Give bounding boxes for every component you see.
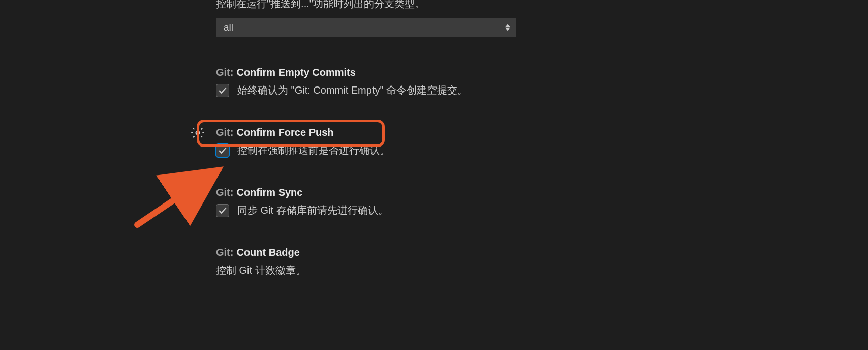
checkbox-label: 同步 Git 存储库前请先进行确认。 [237,203,388,217]
title-prefix: Git: [216,187,233,198]
title-name: Confirm Empty Commits [236,67,355,78]
setting-title: Git: Confirm Force Push [216,127,868,138]
svg-point-0 [196,131,200,135]
title-name: Confirm Force Push [236,127,333,138]
title-name: Count Badge [236,247,299,258]
setting-count-badge: Git: Count Badge 控制 Git 计数徽章。 [216,247,868,277]
title-prefix: Git: [216,127,233,138]
setting-title: Git: Count Badge [216,247,868,258]
checkbox-confirm-sync[interactable] [216,204,229,217]
checkbox-row: 始终确认为 "Git: Commit Empty" 命令创建空提交。 [216,83,868,97]
dropdown-branch-types[interactable]: all [216,18,516,37]
setting-confirm-empty-commits: Git: Confirm Empty Commits 始终确认为 "Git: C… [216,67,868,97]
check-icon [218,86,227,95]
title-name: Confirm Sync [236,187,302,198]
dropdown-value: all [224,22,233,33]
checkbox-row: 控制在强制推送前是否进行确认。 [216,143,868,157]
gear-icon[interactable] [191,126,205,142]
setting-title: Git: Confirm Empty Commits [216,67,868,78]
settings-panel: 控制在运行"推送到..."功能时列出的分支类型。 all Git: Confir… [0,0,868,277]
setting-title: Git: Confirm Sync [216,187,868,198]
setting-push-branch-types: 控制在运行"推送到..."功能时列出的分支类型。 all [216,0,868,37]
setting-confirm-sync: Git: Confirm Sync 同步 Git 存储库前请先进行确认。 [216,187,868,217]
chevron-updown-icon [505,24,510,31]
check-icon [218,206,227,215]
setting-description: 控制在运行"推送到..."功能时列出的分支类型。 [216,0,868,11]
checkbox-row: 同步 Git 存储库前请先进行确认。 [216,203,868,217]
setting-confirm-force-push: Git: Confirm Force Push 控制在强制推送前是否进行确认。 [216,127,868,157]
checkbox-confirm-empty-commits[interactable] [216,84,229,97]
title-prefix: Git: [216,67,233,78]
check-icon [218,146,227,155]
checkbox-confirm-force-push[interactable] [216,144,229,157]
setting-description: 控制 Git 计数徽章。 [216,264,868,277]
title-prefix: Git: [216,247,233,258]
checkbox-label: 始终确认为 "Git: Commit Empty" 命令创建空提交。 [237,83,468,97]
checkbox-label: 控制在强制推送前是否进行确认。 [237,143,390,157]
